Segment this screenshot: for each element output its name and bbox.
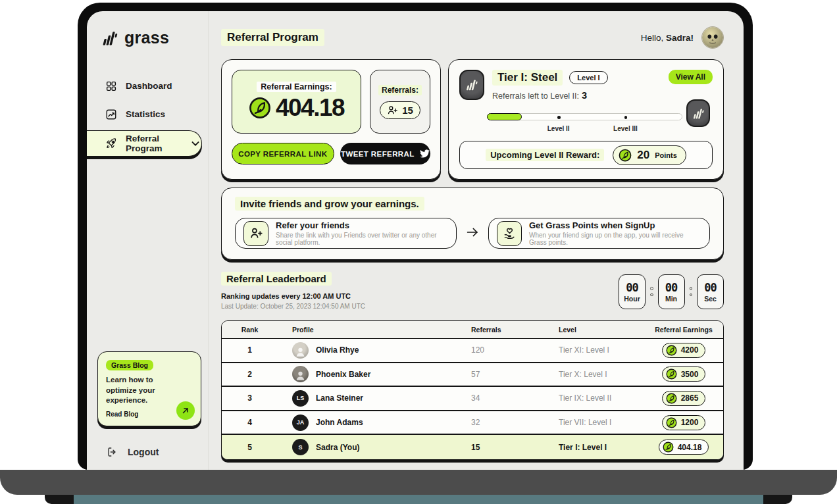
table-row-current-user: 5 S Sadra (You) 15 Tier I: Level I 404.1… (222, 435, 723, 459)
grass-badge-icon (692, 107, 705, 120)
leaderboard-subtitle: Ranking updates every 12:00 AM UTC (221, 292, 365, 300)
profile-name: John Adams (316, 418, 363, 427)
table-row: 1 Olivia Rhye 120 Tier XI: Level I 4200 (222, 339, 723, 363)
countdown-min-box: 00 Min (658, 274, 685, 309)
user-avatar[interactable] (701, 26, 724, 49)
grass-logo-icon (101, 30, 118, 47)
tweet-referral-label: TWEET REFERRAL (341, 150, 415, 158)
referrals-label: Referrals: (378, 85, 422, 95)
referrals-cell: 15 (467, 443, 555, 452)
earnings-value: 404.18 (276, 94, 344, 122)
step-title: Get Grass Points when SignUp (529, 220, 701, 230)
referrals-cell: 32 (467, 418, 555, 427)
user-plus-icon (387, 105, 398, 116)
sidebar-item-label: Referral Program (126, 134, 180, 153)
table-header-row: Rank Profile Referrals Level Referral Ea… (222, 321, 723, 339)
level3-milestone-dot (624, 116, 628, 119)
level2-milestone-label: Level II (547, 125, 570, 132)
sidebar-item-statistics[interactable]: Statistics (87, 102, 208, 126)
username: Sadra! (666, 33, 694, 43)
profile-cell: Olivia Rhye (278, 342, 467, 359)
blog-arrow-button[interactable] (176, 401, 195, 420)
profile-cell: S Sadra (You) (278, 439, 467, 455)
rank-cell: 3 (222, 393, 278, 403)
main-header: Referral Program Hello, Sadra! (221, 26, 724, 49)
earnings-cell: 2865 (644, 391, 723, 406)
profile-cell: JA John Adams (278, 415, 467, 431)
earnings-cell: 3500 (644, 366, 723, 382)
earnings-amount: 4200 (681, 345, 699, 355)
profile-name: Phoenix Baker (316, 370, 370, 379)
referral-earnings-card: Referral Earnings: 404.18 Referrals: 15 (221, 59, 441, 180)
top-cards-row: Referral Earnings: 404.18 Referrals: 15 (221, 59, 724, 180)
laptop-base (0, 470, 837, 495)
profile-name: Lana Steiner (316, 393, 363, 403)
leaderboard-table: Rank Profile Referrals Level Referral Ea… (221, 320, 724, 460)
logout-label: Logout (128, 447, 159, 457)
progress-end-badge (686, 99, 710, 127)
level-badge: Level I (569, 71, 607, 84)
sidebar: grass Dashboard Statistics (87, 11, 209, 470)
countdown-min-value: 00 (665, 281, 677, 294)
step-desc: When your friend sign up on the app, you… (529, 232, 701, 246)
countdown-timer: 00 Hour 00 Min 00 Sec (619, 273, 724, 310)
copy-referral-link-button[interactable]: COPY REFERRAL LINK (232, 143, 334, 164)
referrals-count-pill: 15 (380, 101, 420, 119)
leaderboard-title: Referral Leaderboard (221, 272, 332, 286)
profile-name: Olivia Rhye (316, 345, 359, 355)
countdown-min-unit: Min (665, 295, 677, 303)
arrow-right-icon (465, 225, 480, 242)
countdown-sec-value: 00 (704, 281, 716, 294)
leaderboard-header: Referral Leaderboard Ranking updates eve… (221, 272, 724, 310)
earnings-box: Referral Earnings: 404.18 (232, 70, 361, 134)
column-level: Level (555, 326, 644, 334)
profile-name: Sadra (You) (316, 443, 359, 452)
sidebar-item-referral-program[interactable]: Referral Program (87, 130, 202, 157)
earnings-pill: 2865 (662, 391, 706, 406)
avatar-face-icon (702, 27, 723, 48)
profile-cell: Phoenix Baker (278, 366, 467, 382)
column-rank: Rank (222, 326, 278, 334)
referrals-count: 15 (402, 105, 413, 116)
earnings-amount: 1200 (681, 418, 699, 427)
sidebar-bottom: Grass Blog Learn how to optimize your ex… (87, 351, 208, 470)
main-content: Referral Program Hello, Sadra! (209, 11, 744, 470)
level-cell: Tier VII: Level I (555, 418, 644, 427)
column-profile: Profile (278, 326, 467, 334)
level-cell: Tier I: Level I (555, 443, 644, 452)
statistics-chart-icon (105, 109, 117, 120)
referrals-cell: 34 (467, 393, 555, 403)
blog-badge: Grass Blog (106, 360, 153, 370)
avatar (292, 342, 309, 359)
grass-blog-card[interactable]: Grass Blog Learn how to optimize your ex… (97, 351, 201, 426)
blog-text: Learn how to optimize your experience. (106, 375, 184, 406)
view-all-button[interactable]: View All (669, 70, 713, 84)
earnings-pill: 4200 (662, 343, 706, 358)
level-cell: Tier IX: Level II (555, 393, 644, 403)
earnings-amount: 404.18 (678, 443, 702, 452)
rocket-icon (105, 138, 117, 149)
earnings-pill: 3500 (662, 366, 706, 382)
countdown-separator (650, 287, 653, 296)
sidebar-item-dashboard[interactable]: Dashboard (87, 74, 208, 98)
logout-button[interactable]: Logout (87, 446, 208, 458)
progress-fill (487, 113, 522, 120)
greeting-block: Hello, Sadra! (641, 26, 724, 49)
reward-value: 20 (637, 149, 649, 162)
referrals-left-label: Referrals left to Level II: (492, 91, 579, 101)
countdown-hour-box: 00 Hour (619, 274, 646, 309)
leaderboard-last-update: Last Update: October 25, 2023 12:04:50 A… (221, 303, 365, 310)
avatar-initials: S (292, 439, 309, 455)
rank-cell: 1 (222, 345, 278, 355)
leaf-coin-icon (663, 441, 674, 453)
referrals-cell: 57 (467, 370, 555, 379)
tweet-referral-button[interactable]: TWEET REFERRAL (340, 143, 430, 164)
level3-milestone-label: Level III (613, 125, 638, 132)
rank-cell: 4 (222, 418, 278, 427)
reward-unit: Points (655, 151, 677, 159)
tier-progress: Level II Level III (459, 105, 713, 139)
earnings-label: Referral Earnings: (257, 82, 336, 92)
twitter-icon (420, 149, 430, 159)
invite-heading: Invite friends and grow your earnings. (235, 197, 424, 211)
earnings-cell: 404.18 (644, 440, 723, 455)
